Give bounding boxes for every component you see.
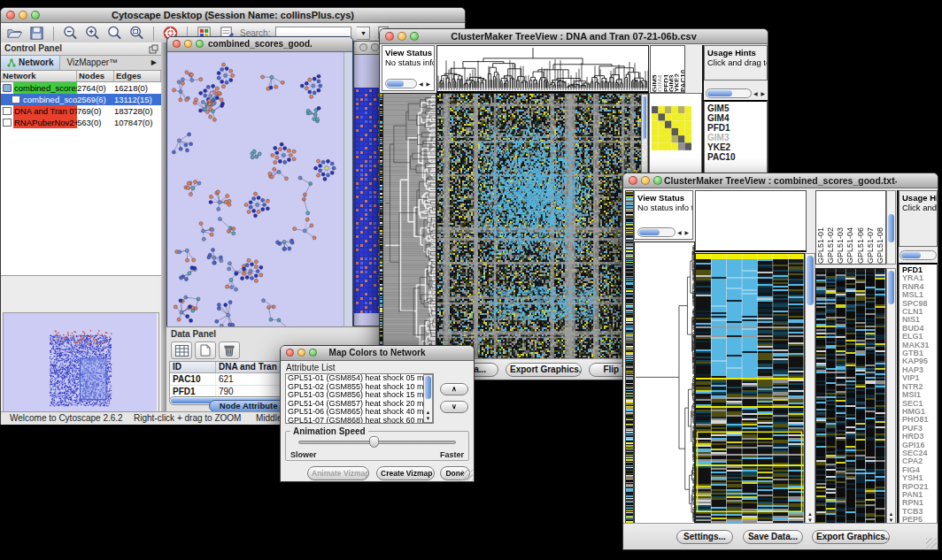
open-folder-icon[interactable] (6, 25, 23, 42)
save-icon[interactable] (28, 25, 45, 42)
dialog-titlebar[interactable]: Map Colors to Network (281, 346, 474, 361)
column-label[interactable]: PAC10 (679, 46, 684, 92)
float-icon[interactable] (149, 44, 158, 54)
new-document-button[interactable] (195, 341, 216, 359)
move-up-button[interactable]: ∧ (440, 383, 468, 395)
second-heatmap[interactable] (816, 269, 885, 524)
network-row[interactable]: DNA and Tran 07 769(0) 183728(0) (1, 105, 161, 117)
row-label[interactable]: GIM3 (707, 133, 767, 142)
combined-heatmap-scrollbar[interactable]: ▲▼ (805, 253, 815, 525)
network-row[interactable]: RNAPuberNov2+l 563(0) 107847(0) (1, 117, 161, 128)
zoom-out-icon[interactable] (62, 25, 79, 42)
resize-grip[interactable] (926, 538, 937, 548)
column-label[interactable]: GPL51-04 (GSM857) (845, 191, 855, 264)
col-id[interactable]: ID (170, 362, 216, 372)
column-label[interactable]: GIM4 (656, 46, 661, 92)
col-nodes[interactable]: Nodes (77, 71, 114, 81)
network-row[interactable]: combined_sco 2569(6) 13112(15) (1, 94, 161, 105)
minimize-icon[interactable] (641, 176, 650, 185)
column-label[interactable]: GPL51-03 (GSM856) (836, 191, 845, 264)
zoom-window-icon[interactable] (196, 40, 204, 48)
zoom-selected-icon[interactable] (106, 25, 123, 42)
export-graphics-button[interactable]: Export Graphics... (506, 363, 582, 377)
column-label[interactable]: GPL51-06 (GSM865) (856, 191, 866, 264)
zoom-window-icon[interactable] (309, 349, 317, 357)
summary-heatmap[interactable] (652, 106, 691, 150)
row-label[interactable]: PFD1 (707, 123, 767, 133)
close-icon[interactable] (629, 176, 637, 185)
dna-heatmap[interactable] (437, 94, 648, 361)
minimize-icon[interactable] (371, 43, 379, 51)
treeview-dna-titlebar[interactable]: ClusterMaker TreeView : DNA and Tran 07-… (380, 29, 768, 44)
column-label[interactable]: GPL51-01 (GSM854) (816, 191, 826, 264)
settings-button[interactable]: Settings... (676, 530, 733, 544)
row-label[interactable]: YKE2 (707, 142, 767, 152)
row-label[interactable]: GIM4 (707, 113, 767, 123)
view-status-title: View Status (635, 191, 692, 203)
treeview-combined-titlebar[interactable]: ClusterMaker TreeView : combined_scores_… (623, 173, 938, 188)
view-status-scrollbar[interactable]: ◀ ▶ (637, 226, 690, 237)
second-heatmap-frame (815, 268, 886, 525)
column-tree-area[interactable] (695, 190, 807, 252)
close-icon[interactable] (173, 40, 181, 48)
column-label[interactable]: GPL51-07 (GSM868) (866, 191, 876, 264)
resize-grip[interactable] (462, 470, 473, 480)
close-icon[interactable] (6, 11, 15, 19)
minimize-icon[interactable] (297, 349, 305, 357)
row-dendrogram[interactable] (383, 94, 436, 361)
animate-vizmap-button[interactable]: Animate Vizmap (307, 466, 369, 480)
view-status-title: View Status (382, 46, 434, 58)
birdseye-view[interactable] (4, 313, 157, 411)
column-label[interactable]: GPL51-02 (GSM855) (826, 191, 836, 264)
row-label[interactable]: PAC10 (707, 152, 767, 162)
tab-network[interactable]: Network (1, 56, 60, 70)
col-network[interactable]: Network (1, 71, 77, 81)
minimize-icon[interactable] (398, 32, 406, 41)
new-document-icon (200, 344, 211, 357)
row-dendrogram[interactable] (635, 242, 694, 524)
network-row[interactable]: combined_scores 2764(0) 16218(0) (1, 82, 161, 94)
save-data-button[interactable]: Save Data... (743, 530, 803, 544)
move-down-button[interactable]: ∨ (440, 401, 468, 413)
zoom-fit-icon[interactable] (128, 25, 145, 42)
minimize-icon[interactable] (19, 11, 27, 19)
attribute-table-button[interactable] (171, 341, 192, 359)
gene-list-scrollbar[interactable]: ▲▼ (886, 268, 896, 525)
create-vizmap-button[interactable]: Create Vizmap (376, 466, 435, 480)
zoom-in-icon[interactable] (84, 25, 101, 42)
column-dendrogram[interactable] (437, 46, 648, 90)
network-scrollbar[interactable] (344, 52, 352, 327)
combined-heatmap[interactable] (696, 254, 804, 524)
attribute-list-scrollbar[interactable]: ▲▼ (423, 374, 433, 423)
animation-slider-thumb[interactable] (369, 436, 379, 448)
column-label[interactable]: YKE2 (673, 46, 678, 92)
column-labels-scrollbar[interactable] (886, 190, 896, 265)
close-icon[interactable] (385, 32, 394, 41)
tab-vizmapper[interactable]: VizMapper™ (60, 56, 124, 70)
zoom-window-icon[interactable] (410, 32, 419, 41)
view-status-scrollbar[interactable]: ◀ ▶ (385, 78, 431, 88)
network-edges: 16218(0) (114, 82, 161, 94)
usage-scrollbar[interactable]: ◀ ▶ (706, 88, 766, 98)
zoom-window-icon[interactable] (653, 176, 662, 185)
minimize-icon[interactable] (184, 40, 192, 48)
network-nodes: 769(0) (77, 105, 114, 117)
row-label[interactable]: GIM5 (707, 104, 767, 113)
col-edges[interactable]: Edges (114, 71, 161, 81)
trash-button[interactable] (219, 341, 240, 359)
usage-scrollbar[interactable] (900, 249, 937, 260)
network-nodes: 2764(0) (77, 82, 114, 94)
zoom-window-icon[interactable] (31, 11, 40, 19)
network-view-titlebar[interactable]: combined_scores_good.txt--cluste... (167, 37, 352, 52)
cytoscape-titlebar[interactable]: Cytoscape Desktop (Session Name: collins… (1, 8, 465, 23)
search-dropdown-icon[interactable]: ▼ (357, 27, 370, 40)
network-table: combined_scores 2764(0) 16218(0) combine… (1, 82, 161, 276)
export-graphics-button[interactable]: Export Graphics... (812, 530, 890, 544)
close-icon[interactable] (359, 43, 367, 51)
network-table-header: Network Nodes Edges (1, 71, 161, 82)
column-label[interactable]: GPL51-08 (GSM872) (876, 191, 885, 264)
attribute-item[interactable]: GPL51-07 (GSM868) heat shock 60 min (286, 417, 433, 425)
tab-overflow-button[interactable]: ▶ (147, 56, 161, 70)
network-canvas[interactable] (167, 52, 345, 327)
close-icon[interactable] (286, 349, 294, 357)
